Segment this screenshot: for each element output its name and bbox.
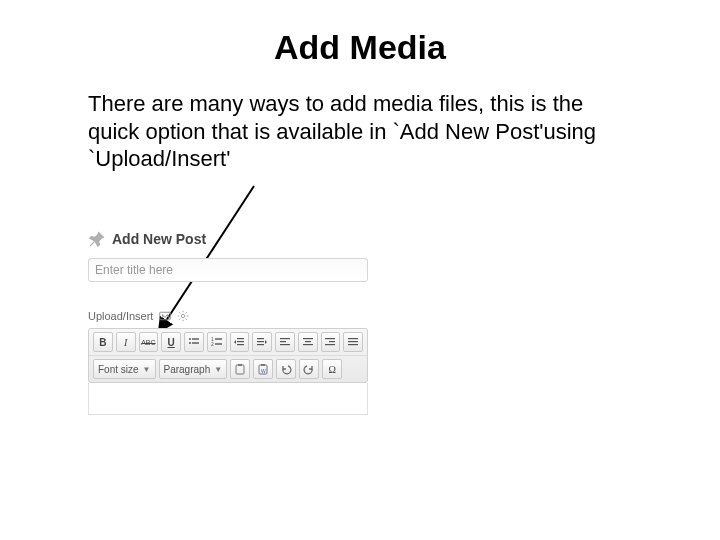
svg-rect-21	[237, 341, 244, 342]
slide: Add Media There are many ways to add med…	[0, 0, 720, 540]
svg-rect-27	[280, 341, 286, 342]
svg-line-11	[186, 312, 187, 313]
outdent-button[interactable]	[230, 332, 250, 352]
align-justify-button[interactable]	[343, 332, 363, 352]
bold-button[interactable]: B	[93, 332, 113, 352]
italic-button[interactable]: I	[116, 332, 136, 352]
indent-button[interactable]	[252, 332, 272, 352]
svg-rect-39	[238, 364, 242, 366]
svg-point-12	[189, 338, 191, 340]
chevron-down-icon: ▼	[143, 365, 151, 374]
svg-line-10	[180, 319, 181, 320]
svg-line-8	[180, 312, 181, 313]
svg-rect-24	[257, 341, 264, 342]
paste-button[interactable]	[230, 359, 250, 379]
body-paragraph: There are many ways to add media files, …	[88, 90, 628, 173]
svg-rect-15	[192, 342, 199, 343]
svg-rect-30	[305, 341, 311, 342]
svg-rect-37	[348, 344, 358, 345]
wordpress-editor-screenshot: Add New Post Enter title here Upload/Ins…	[88, 230, 368, 415]
bullet-list-button[interactable]	[184, 332, 204, 352]
svg-rect-23	[257, 338, 264, 339]
svg-rect-25	[257, 344, 264, 345]
svg-rect-32	[325, 338, 335, 339]
svg-point-14	[189, 342, 191, 344]
svg-rect-41	[261, 364, 265, 366]
editor-content-area[interactable]	[88, 383, 368, 415]
svg-rect-17	[215, 338, 222, 339]
paste-word-button[interactable]: W	[253, 359, 273, 379]
toolbar-row-2: Font size ▼ Paragraph ▼ W	[89, 355, 367, 382]
paragraph-label: Paragraph	[164, 364, 211, 375]
special-char-button[interactable]: Ω	[322, 359, 342, 379]
add-media-button[interactable]	[159, 310, 171, 322]
gear-icon[interactable]	[177, 310, 189, 322]
svg-line-9	[186, 319, 187, 320]
svg-rect-20	[237, 338, 244, 339]
numbered-list-button[interactable]: 12	[207, 332, 227, 352]
pushpin-icon	[88, 230, 106, 248]
svg-point-3	[182, 314, 185, 317]
align-center-button[interactable]	[298, 332, 318, 352]
underline-button[interactable]: U	[161, 332, 181, 352]
svg-rect-35	[348, 338, 358, 339]
upload-insert-label: Upload/Insert	[88, 310, 153, 322]
svg-rect-26	[280, 338, 290, 339]
font-size-select[interactable]: Font size ▼	[93, 359, 156, 379]
svg-text:W: W	[261, 368, 266, 374]
editor-header-title: Add New Post	[112, 231, 206, 247]
undo-button[interactable]	[276, 359, 296, 379]
post-title-input[interactable]: Enter title here	[88, 258, 368, 282]
svg-text:2: 2	[211, 341, 214, 347]
paragraph-select[interactable]: Paragraph ▼	[159, 359, 228, 379]
svg-rect-36	[348, 341, 358, 342]
svg-rect-29	[303, 338, 313, 339]
font-size-label: Font size	[98, 364, 139, 375]
post-title-placeholder: Enter title here	[95, 263, 173, 277]
align-left-button[interactable]	[275, 332, 295, 352]
chevron-down-icon: ▼	[214, 365, 222, 374]
upload-insert-row: Upload/Insert	[88, 310, 368, 322]
svg-rect-34	[325, 344, 335, 345]
svg-rect-38	[236, 365, 244, 374]
svg-rect-19	[215, 343, 222, 344]
redo-button[interactable]	[299, 359, 319, 379]
editor-toolbar: B I ABC U 12	[88, 328, 368, 383]
svg-rect-13	[192, 338, 199, 339]
svg-rect-28	[280, 344, 290, 345]
align-right-button[interactable]	[321, 332, 341, 352]
strikethrough-button[interactable]: ABC	[139, 332, 159, 352]
svg-rect-1	[160, 312, 171, 320]
svg-rect-33	[329, 341, 335, 342]
toolbar-row-1: B I ABC U 12	[89, 329, 367, 355]
svg-rect-22	[237, 344, 244, 345]
editor-header: Add New Post	[88, 230, 368, 248]
svg-rect-31	[303, 344, 313, 345]
page-title: Add Media	[0, 28, 720, 67]
